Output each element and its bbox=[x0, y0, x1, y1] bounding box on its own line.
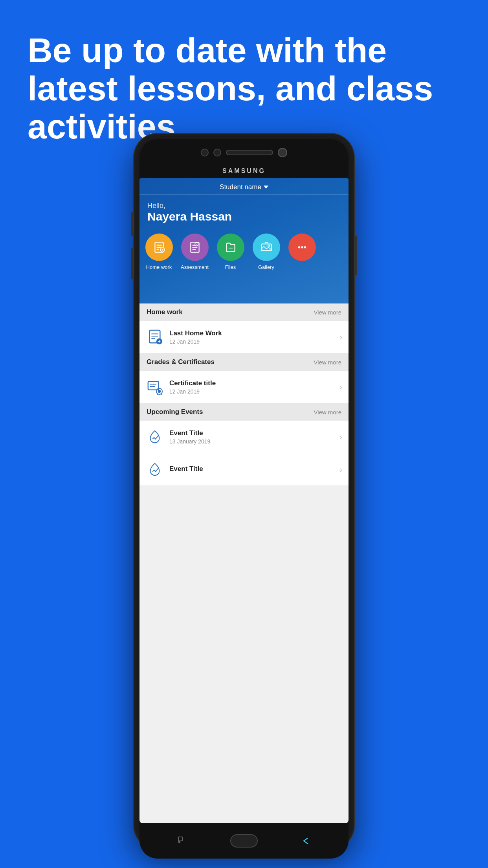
volume-up-button bbox=[131, 212, 133, 236]
phone-device: SAMSUNG Student name Hello, Nayera Hassa… bbox=[134, 134, 354, 849]
certificate-item-icon bbox=[146, 378, 164, 396]
nav-assessment[interactable]: A Assessment bbox=[180, 234, 209, 270]
event-item-1[interactable]: Event Title › bbox=[139, 453, 349, 486]
events-section-header: Upcoming Events View more bbox=[139, 403, 349, 421]
volume-down-button bbox=[131, 248, 133, 279]
greeting-section: Hello, Nayera Hassan bbox=[139, 195, 349, 227]
nav-gallery[interactable]: Gallery bbox=[251, 234, 281, 270]
svg-rect-26 bbox=[148, 382, 159, 390]
brand-label: SAMSUNG bbox=[139, 166, 349, 178]
event-item-1-content: Event Title bbox=[169, 465, 334, 474]
home-button[interactable] bbox=[230, 834, 258, 848]
more-circle-icon bbox=[288, 234, 316, 261]
homework-item-date: 12 Jan 2019 bbox=[169, 338, 334, 345]
grades-view-more[interactable]: View more bbox=[314, 359, 341, 366]
files-label: Files bbox=[225, 264, 236, 270]
homework-item-title: Last Home Work bbox=[169, 329, 334, 337]
recent-apps-button[interactable] bbox=[176, 835, 188, 847]
gallery-label: Gallery bbox=[258, 264, 274, 270]
phone-top-bar bbox=[139, 139, 349, 166]
assessment-label: Assessment bbox=[181, 264, 209, 270]
events-section-title: Upcoming Events bbox=[147, 408, 203, 416]
svg-point-18 bbox=[304, 246, 306, 248]
homework-item-content: Last Home Work 12 Jan 2019 bbox=[169, 329, 334, 345]
homework-item-icon bbox=[146, 328, 164, 346]
event-item-1-chevron: › bbox=[339, 465, 342, 474]
back-button[interactable] bbox=[300, 835, 312, 847]
homework-view-more[interactable]: View more bbox=[314, 309, 341, 316]
nav-files[interactable]: Files bbox=[216, 234, 245, 270]
nav-more[interactable] bbox=[287, 234, 317, 261]
event-item-0-chevron: › bbox=[339, 432, 342, 441]
certificate-item-date: 12 Jan 2019 bbox=[169, 388, 334, 395]
svg-point-17 bbox=[301, 246, 303, 248]
event-item-0-date: 13 January 2019 bbox=[169, 438, 334, 445]
speaker-icon bbox=[226, 150, 273, 155]
homework-item-0[interactable]: Last Home Work 12 Jan 2019 › bbox=[139, 321, 349, 353]
events-view-more[interactable]: View more bbox=[314, 409, 341, 416]
student-selector[interactable]: Student name bbox=[139, 178, 349, 195]
sensor-icon bbox=[213, 149, 221, 156]
app-header: Student name Hello, Nayera Hassan bbox=[139, 178, 349, 303]
event-item-1-title: Event Title bbox=[169, 465, 334, 473]
power-button bbox=[355, 236, 357, 275]
homework-section-title: Home work bbox=[147, 308, 183, 316]
event-item-0-content: Event Title 13 January 2019 bbox=[169, 429, 334, 445]
certificate-item-chevron: › bbox=[339, 383, 342, 392]
front-camera-icon bbox=[201, 149, 209, 156]
grades-section-header: Grades & Certificates View more bbox=[139, 353, 349, 371]
homework-section-header: Home work View more bbox=[139, 303, 349, 321]
phone-screen: Student name Hello, Nayera Hassan bbox=[139, 178, 349, 823]
grades-section-title: Grades & Certificates bbox=[147, 358, 215, 366]
certificate-item-0[interactable]: Certificate title 12 Jan 2019 › bbox=[139, 371, 349, 403]
camera-right-icon bbox=[278, 148, 287, 157]
chevron-down-icon bbox=[264, 186, 268, 189]
event-item-0-icon bbox=[146, 428, 164, 446]
nav-homework[interactable]: Home work bbox=[144, 234, 174, 270]
svg-rect-34 bbox=[178, 841, 180, 843]
page-headline: Be up to date with the latest lessons, a… bbox=[28, 31, 460, 145]
files-circle-icon bbox=[217, 234, 244, 261]
certificate-item-content: Certificate title 12 Jan 2019 bbox=[169, 379, 334, 395]
selected-student-name: Student name bbox=[220, 183, 261, 191]
svg-point-15 bbox=[268, 245, 270, 247]
svg-point-16 bbox=[298, 246, 300, 248]
homework-circle-icon bbox=[145, 234, 173, 261]
gallery-circle-icon bbox=[253, 234, 280, 261]
user-name-label: Nayera Hassan bbox=[147, 210, 341, 223]
homework-item-chevron: › bbox=[339, 333, 342, 342]
certificate-item-title: Certificate title bbox=[169, 379, 334, 387]
svg-rect-33 bbox=[178, 837, 182, 841]
hello-label: Hello, bbox=[147, 202, 341, 210]
svg-text:A: A bbox=[195, 243, 197, 246]
phone-bottom-bar bbox=[139, 823, 349, 859]
event-item-0[interactable]: Event Title 13 January 2019 › bbox=[139, 421, 349, 453]
navigation-icons-row: Home work A bbox=[139, 227, 349, 274]
assessment-circle-icon: A bbox=[181, 234, 209, 261]
svg-point-30 bbox=[158, 390, 161, 393]
homework-label: Home work bbox=[146, 264, 172, 270]
event-item-0-title: Event Title bbox=[169, 429, 334, 437]
event-item-1-icon bbox=[146, 460, 164, 478]
